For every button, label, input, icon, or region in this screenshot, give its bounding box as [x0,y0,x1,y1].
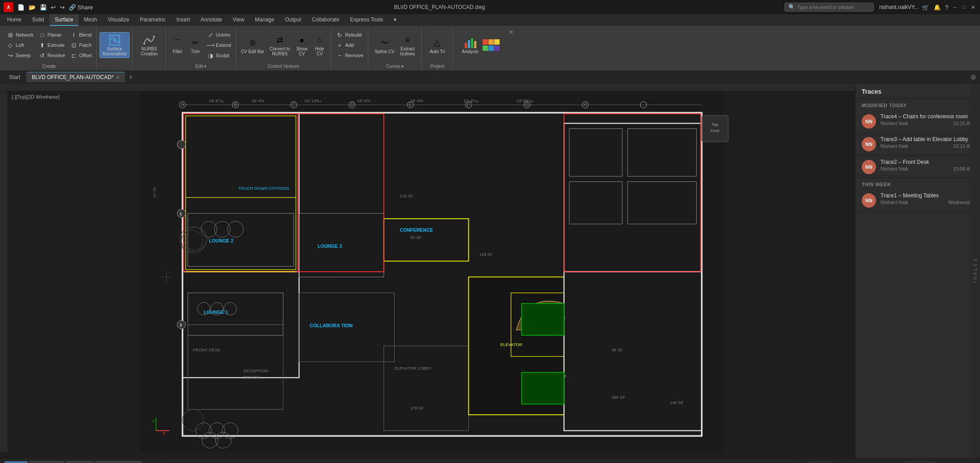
viewport[interactable]: [-][Top][2D Wireframe] [0,83,855,458]
layout-tab-layout2[interactable]: Layout2-Layout1 [95,461,142,463]
layout-tab-layout1-2[interactable]: Layout1 (2) [29,461,64,463]
planar-button[interactable]: □ Planar [36,30,67,40]
close-button[interactable]: ✕ [969,4,976,11]
fillet-label: Fillet [173,49,182,54]
offset-button[interactable]: ⊏ Offset [68,50,94,60]
surface-associativity-button[interactable]: SurfaceAssociativity [100,32,129,58]
auto-tri-icon: △ [431,37,443,49]
trace4-avatar: NN [862,114,876,129]
extend-label: Extend [216,42,231,48]
show-cv-button[interactable]: ● ShowCV [293,33,310,58]
layout-tab-model[interactable]: Model [4,461,28,463]
extend-button[interactable]: ⟶ Extend [204,40,233,50]
trace2-author: Nishant Naik [880,166,908,171]
tab-visualize[interactable]: Visualize [102,14,134,26]
tab-annotate[interactable]: Annotate [195,14,227,26]
tab-output[interactable]: Output [279,14,306,26]
trace3-title: Trace3 – Add table in Elevator Lobby [880,136,974,142]
minimize-button[interactable]: ─ [951,4,959,11]
search-bar[interactable]: 🔍 Type a keyword or phrase [784,3,874,12]
ribbon-group-cv: ⊜ CV Edit Bar ⇄ Convert toNURBS ● ShowCV… [236,27,331,70]
tab-more[interactable]: ▾ [388,14,402,26]
untrim-label: Untrim [216,32,230,38]
tab-express-tools[interactable]: Express Tools [345,14,388,26]
svg-text:X: X [163,431,166,436]
network-button[interactable]: ⊞ Network [4,30,35,40]
new-btn[interactable]: 📄 [16,3,26,12]
extrude-label: Extrude [47,42,64,48]
analysis-button[interactable]: Analysis [459,35,480,55]
rebuild-label: Rebuild [345,32,362,38]
share-btn[interactable]: 🔗 Share [67,3,94,12]
tab-manage[interactable]: Manage [250,14,279,26]
sweep-button[interactable]: ↪ Sweep [4,50,35,60]
analysis-icon [464,37,476,49]
svg-text:D: D [350,102,354,107]
scale-display[interactable]: 1/8" = 1'-0" [905,462,935,463]
layout-tab-layout1[interactable]: Layout1 [66,461,93,463]
tab-start[interactable]: Start [4,72,25,82]
model-status-btn[interactable]: MODEL [810,462,834,463]
extract-isolines-button[interactable]: ≡ ExtractIsolines [398,33,417,58]
svg-text:595 SF: 595 SF [612,395,626,400]
svg-point-114 [177,140,186,149]
restore-button[interactable]: □ [960,4,967,11]
add-button[interactable]: + Add [334,40,365,50]
blend-button[interactable]: ⌇ Blend [68,30,94,40]
svg-text:H: H [584,102,587,107]
trace-item-trace3[interactable]: NN Trace3 – Add table in Elevator Lobby … [855,133,980,155]
new-tab-button[interactable]: + [126,72,135,82]
sculpt-button[interactable]: ◑ Sculpt [204,50,233,60]
open-btn[interactable]: 📂 [27,3,37,12]
spline-cv-button[interactable]: 〜 Spline CV [372,35,396,55]
svg-text:21'-16: 21'-16 [152,187,157,197]
offset-label: Offset [79,53,92,58]
undo-btn[interactable]: ↩ [50,3,57,12]
surface-assoc-label: SurfaceAssociativity [102,46,127,56]
untrim-button[interactable]: ⤢ Untrim [204,30,233,40]
collapse-ribbon-button[interactable]: ✕ [507,27,516,70]
show-cv-icon: ● [296,34,308,46]
viewport-settings-icon[interactable]: ⚙ [971,74,976,81]
tab-home[interactable]: Home [2,14,27,26]
bell-icon[interactable]: 🔔 [932,3,942,12]
redo-btn[interactable]: ↪ [58,3,66,12]
auto-tri-button[interactable]: △ Auto Tri [427,35,447,55]
save-btn[interactable]: 💾 [38,3,48,12]
canvas-area[interactable]: [-][Top][2D Wireframe] [8,92,855,452]
trace-item-trace2[interactable]: NN Trace2 – Front Desk Nishant Naik 10:0… [855,155,980,178]
remove-button[interactable]: − Remove [334,50,365,60]
titlebar-right: 🔍 Type a keyword or phrase nishant.naikV… [784,3,976,12]
trace-item-trace1[interactable]: NN Trace1 – Meeting Tables Nishant Naik … [855,189,980,212]
nurbs-creation-button[interactable]: NURBSCreation [138,33,160,58]
tab-close-icon[interactable]: ✕ [116,75,120,80]
patch-button[interactable]: ⊡ Patch [68,40,94,50]
revolve-button[interactable]: ↺ Revolve [36,50,67,60]
trace-item-trace4[interactable]: NN Trace4 – Chairs for conference room N… [855,110,980,133]
tab-collaborate[interactable]: Collaborate [307,14,345,26]
tab-parametric[interactable]: Parametric [134,14,171,26]
hide-cv-button[interactable]: ○ HideCV [311,33,328,58]
loft-button[interactable]: ◇ Loft [4,40,35,50]
trim-button[interactable]: ✂ Trim [187,35,204,55]
ribbon-group-rebuild: ↻ Rebuild + Add − Remove [331,27,368,70]
convert-nurbs-button[interactable]: ⇄ Convert toNURBS [267,33,292,58]
add-layout-button[interactable]: + [143,461,151,463]
rebuild-button[interactable]: ↻ Rebuild [334,30,365,40]
tab-insert[interactable]: Insert [171,14,195,26]
tab-mesh[interactable]: Mesh [79,14,102,26]
command-input[interactable] [166,461,793,463]
cv-edit-bar-button[interactable]: ⊜ CV Edit Bar [239,35,267,55]
tab-solid[interactable]: Solid [27,14,50,26]
fillet-button[interactable]: ⌒ Fillet [169,35,186,55]
help-icon[interactable]: ? [944,3,950,12]
sweep-label: Sweep [16,53,31,58]
statusbar: Model Layout1 (2) Layout1 Layout2-Layout… [0,458,980,463]
titlebar-left: A 📄 📂 💾 ↩ ↪ 🔗 Share [4,2,94,12]
svg-text:15'-4¼: 15'-4¼ [251,98,264,103]
extrude-button[interactable]: ⬆ Extrude [36,40,67,50]
tab-surface[interactable]: Surface [50,14,79,26]
tab-view[interactable]: View [227,14,250,26]
tab-document-active[interactable]: BLVD OFFICE_PLAN-AUTOCAD* ✕ [26,72,125,82]
cart-icon[interactable]: 🛒 [921,3,930,12]
